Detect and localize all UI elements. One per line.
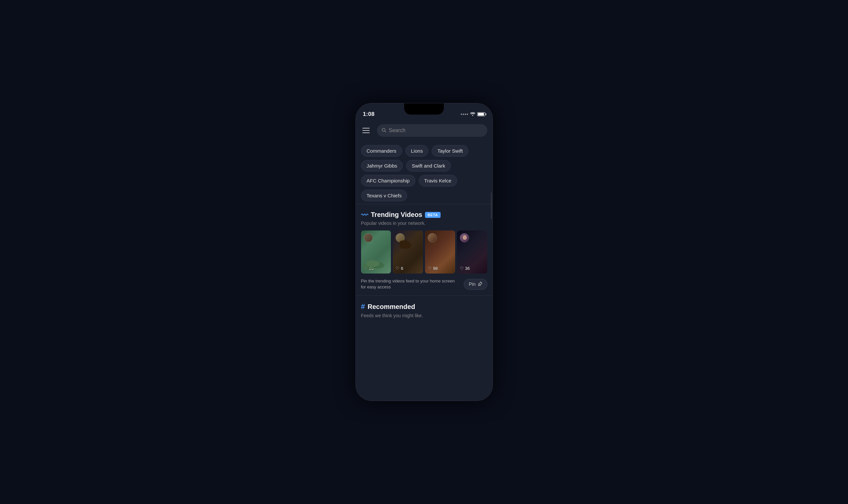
pin-button-label: Pin xyxy=(469,282,475,287)
topic-chip-jahmyr-gibbs[interactable]: Jahmyr Gibbs xyxy=(361,160,403,172)
beta-badge: BETA xyxy=(425,212,441,218)
video-2-avatar xyxy=(395,233,405,242)
signal-icon xyxy=(461,113,468,115)
status-icons xyxy=(461,112,485,117)
trending-videos-subtitle: Popular videos in your network. xyxy=(361,220,487,226)
video-1-likes: ♡ 10 xyxy=(364,266,374,271)
videos-row: ♡ 10 ♡ 6 xyxy=(361,231,487,273)
notch xyxy=(404,103,444,114)
status-bar: 1:08 xyxy=(356,103,493,121)
video-4-likes: ♡ 36 xyxy=(460,266,470,271)
trending-videos-title: Trending Videos xyxy=(371,211,422,219)
topic-chip-lions[interactable]: Lions xyxy=(405,145,429,157)
pin-row: Pin the trending videos feed to your hom… xyxy=(361,278,487,290)
video-3-avatar xyxy=(428,233,437,242)
pin-text: Pin the trending videos feed to your hom… xyxy=(361,278,460,290)
topic-chip-texans-v-chiefs[interactable]: Texans v Chiefs xyxy=(361,190,407,201)
phone-frame: 1:08 xyxy=(355,103,493,401)
recommended-subtitle: Feeds we think you might like. xyxy=(361,313,487,318)
pin-button[interactable]: Pin xyxy=(464,279,487,290)
recommended-section: # Recommended Feeds we think you might l… xyxy=(356,296,493,324)
topic-chip-commanders[interactable]: Commanders xyxy=(361,145,402,157)
pin-icon xyxy=(478,282,482,287)
recommended-title: Recommended xyxy=(368,303,415,311)
video-thumb-2[interactable]: ♡ 6 xyxy=(393,231,423,273)
trending-videos-section: Trending Videos BETA Popular videos in y… xyxy=(356,204,493,296)
topics-grid: Commanders Lions Taylor Swift Jahmyr Gib… xyxy=(361,145,487,201)
topic-chip-swift-and-clark[interactable]: Swift and Clark xyxy=(406,160,451,172)
menu-button[interactable] xyxy=(361,125,373,137)
video-3-likes: ♡ 98 xyxy=(428,266,438,271)
video-thumb-4[interactable]: ♡ 36 xyxy=(457,231,487,273)
trending-topics-section: Commanders Lions Taylor Swift Jahmyr Gib… xyxy=(356,140,493,204)
heart-icon-4: ♡ xyxy=(460,266,464,271)
scroll-indicator xyxy=(491,192,492,219)
content-area[interactable]: Commanders Lions Taylor Swift Jahmyr Gib… xyxy=(356,140,493,401)
recommended-header: # Recommended xyxy=(361,302,487,311)
battery-fill xyxy=(478,113,484,115)
video-4-avatar xyxy=(460,233,469,242)
heart-icon-1: ♡ xyxy=(364,266,368,271)
wifi-icon xyxy=(470,112,475,117)
heart-icon-3: ♡ xyxy=(428,266,431,271)
svg-line-1 xyxy=(385,131,386,132)
trending-videos-header: Trending Videos BETA xyxy=(361,211,487,219)
search-bar[interactable]: Search xyxy=(377,124,487,137)
heart-icon-2: ♡ xyxy=(395,266,400,271)
video-thumb-1[interactable]: ♡ 10 xyxy=(361,231,391,273)
video-thumb-3[interactable]: ♡ 98 xyxy=(425,231,455,273)
top-bar: Search xyxy=(356,121,493,140)
hash-icon: # xyxy=(361,302,365,311)
search-placeholder: Search xyxy=(389,127,406,133)
status-time: 1:08 xyxy=(363,111,375,118)
video-2-likes: ♡ 6 xyxy=(395,266,403,271)
battery-icon xyxy=(477,112,485,116)
topic-chip-afc-championship[interactable]: AFC Championship xyxy=(361,175,416,186)
topic-chip-taylor-swift[interactable]: Taylor Swift xyxy=(431,145,469,157)
search-icon xyxy=(382,128,386,133)
video-1-avatar xyxy=(364,233,373,242)
trending-wave-icon xyxy=(361,212,368,218)
topic-chip-travis-kelce[interactable]: Travis Kelce xyxy=(419,175,457,186)
